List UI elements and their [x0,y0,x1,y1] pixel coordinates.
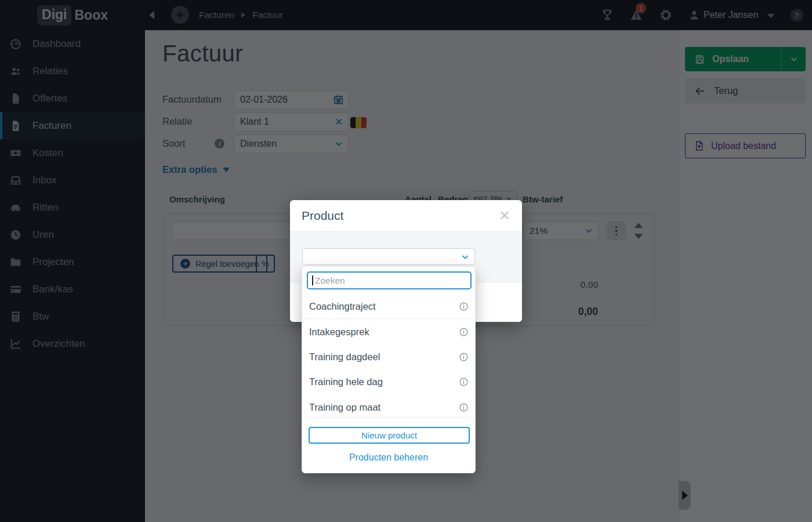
info-icon[interactable] [459,403,469,412]
product-option-label: Intakegesprek [309,327,369,338]
product-search-input[interactable] [307,271,472,289]
product-option-training-hele-dag[interactable]: Training hele dag [302,369,475,394]
info-icon[interactable] [459,377,469,387]
divider [302,417,475,418]
chevron-down-icon [461,252,470,262]
product-option-label: Training op maat [309,402,380,413]
app-root: Digi Boox Dashboard Relaties Offertes Fa… [0,0,812,522]
close-icon[interactable]: ✕ [499,209,510,223]
manage-products-link[interactable]: Producten beheren [302,452,475,463]
product-option-coachingtraject[interactable]: Coachingtraject [302,294,475,319]
product-option-intakegesprek[interactable]: Intakegesprek [302,319,475,344]
product-list: Coachingtraject Intakegesprek Training d… [302,294,475,420]
product-select[interactable] [302,248,475,265]
info-icon[interactable] [459,302,469,311]
product-dropdown-panel: Coachingtraject Intakegesprek Training d… [302,266,476,473]
info-icon[interactable] [459,327,469,337]
product-option-label: Training hele dag [309,376,383,387]
info-icon[interactable] [459,352,469,362]
product-option-label: Coachingtraject [309,301,376,312]
text-cursor [312,276,313,285]
product-option-label: Training dagdeel [309,351,380,362]
new-product-button[interactable]: Nieuw product [309,427,470,444]
product-option-training-op-maat[interactable]: Training op maat [302,395,475,420]
product-modal-header: Product ✕ [290,200,522,232]
modal-title: Product [302,209,343,223]
product-search [307,271,472,289]
product-option-training-dagdeel[interactable]: Training dagdeel [302,345,475,369]
